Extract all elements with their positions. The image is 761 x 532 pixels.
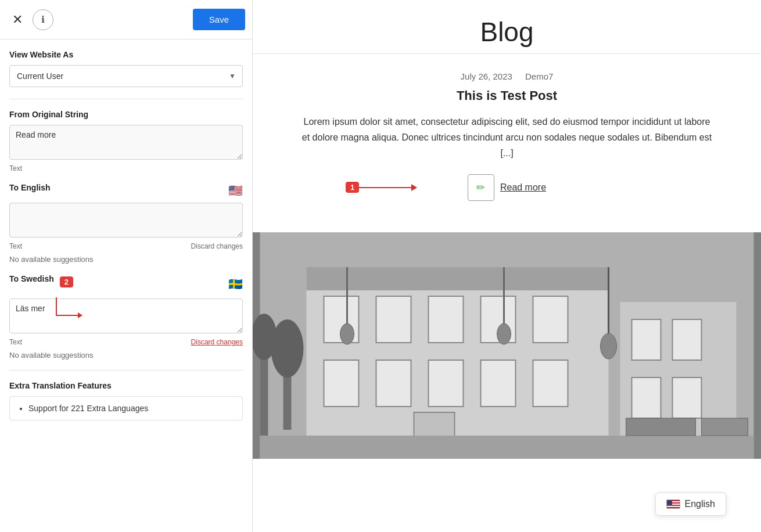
svg-rect-5 (429, 296, 464, 343)
svg-rect-9 (376, 360, 411, 407)
svg-rect-22 (673, 378, 702, 418)
blog-image (253, 232, 761, 459)
post-meta: July 26, 2023 Demo7 (299, 71, 715, 81)
svg-rect-12 (533, 360, 568, 407)
swedish-flag-icon: 🇸🇪 (228, 277, 243, 291)
swedish-type-label: Text (9, 338, 22, 346)
from-type-label: Text (9, 164, 22, 172)
us-flag-icon (666, 499, 680, 509)
pencil-icon: ✏ (476, 181, 485, 194)
view-website-as-wrapper: Current User Guest Admin ▼ (9, 65, 243, 87)
view-website-as-section: View Website As Current User Guest Admin… (9, 50, 243, 87)
extra-features-section: Extra Translation Features Support for 2… (9, 381, 243, 420)
left-panel: ✕ ℹ Save View Website As Current User Gu… (0, 0, 253, 532)
to-english-header: To English 🇺🇸 (9, 183, 243, 198)
english-flag-icon: 🇺🇸 (228, 184, 243, 197)
blog-image-svg (253, 232, 761, 459)
to-english-textarea[interactable] (9, 203, 243, 238)
to-swedish-textarea[interactable] (9, 299, 243, 333)
panel-header: ✕ ℹ Save (0, 0, 252, 39)
to-swedish-footer: Text Discard changes (9, 338, 243, 346)
to-swedish-label: To Swedish (9, 274, 54, 283)
svg-rect-10 (429, 360, 464, 407)
extra-features-list: Support for 221 Extra Languages (18, 404, 234, 413)
svg-rect-2 (307, 267, 609, 290)
panel-content: View Website As Current User Guest Admin… (0, 39, 252, 532)
close-button[interactable]: ✕ (7, 9, 28, 30)
red-arrow-right (359, 184, 417, 191)
extra-features-label: Extra Translation Features (9, 381, 243, 390)
svg-rect-19 (632, 319, 661, 360)
svg-rect-4 (376, 296, 411, 343)
edit-icon-box[interactable]: ✏ (468, 174, 494, 201)
svg-rect-20 (673, 319, 702, 360)
svg-point-27 (271, 319, 304, 378)
read-more-row: 1 ✏ Read more (299, 174, 715, 201)
view-website-as-label: View Website As (9, 50, 243, 59)
svg-point-15 (340, 323, 354, 344)
divider-1 (9, 99, 243, 99)
svg-rect-25 (260, 436, 754, 459)
right-panel: Blog July 26, 2023 Demo7 This is Test Po… (253, 0, 761, 532)
post-body: Lorem ipsum dolor sit amet, consectetur … (299, 114, 715, 161)
svg-rect-8 (324, 360, 359, 407)
from-original-string-label: From Original String (9, 110, 243, 119)
from-original-string-section: From Original String Text (9, 110, 243, 172)
info-icon: ℹ (41, 14, 45, 25)
badge-1-group: 1 (346, 182, 417, 193)
close-icon: ✕ (12, 12, 23, 27)
post-author: Demo7 (525, 71, 553, 81)
extra-feature-item-1: Support for 221 Extra Languages (28, 404, 234, 413)
divider-2 (9, 370, 243, 371)
to-english-section: To English 🇺🇸 Text Discard changes No av… (9, 183, 243, 264)
arrow-line (359, 187, 411, 188)
svg-rect-21 (632, 378, 661, 418)
english-type-label: Text (9, 242, 22, 250)
to-swedish-header: To Swedish 2 🇸🇪 (9, 274, 243, 294)
blog-main: July 26, 2023 Demo7 This is Test Post Lo… (253, 54, 761, 232)
svg-rect-30 (626, 418, 696, 436)
english-no-suggestions: No available suggestions (9, 255, 243, 264)
arrowhead-icon (411, 184, 417, 191)
to-swedish-label-row: To Swedish 2 (9, 274, 73, 289)
svg-rect-7 (533, 296, 568, 343)
to-swedish-section: To Swedish 2 🇸🇪 Text Discard changes No … (9, 274, 243, 360)
save-button[interactable]: Save (193, 9, 245, 30)
post-title: This is Test Post (299, 88, 715, 103)
svg-point-24 (601, 333, 617, 359)
badge-1: 1 (346, 182, 359, 193)
swedish-no-suggestions: No available suggestions (9, 351, 243, 360)
to-english-footer: Text Discard changes (9, 242, 243, 250)
read-more-link[interactable]: Read more (500, 182, 546, 193)
to-english-label: To English (9, 183, 51, 192)
svg-point-17 (497, 323, 511, 344)
language-label: English (685, 499, 715, 509)
info-button[interactable]: ℹ (33, 9, 53, 30)
post-date: July 26, 2023 (461, 71, 512, 81)
swedish-discard-link[interactable]: Discard changes (191, 338, 243, 346)
svg-rect-31 (702, 418, 748, 436)
view-website-as-select[interactable]: Current User Guest Admin (9, 65, 243, 87)
svg-rect-11 (481, 360, 516, 407)
language-button[interactable]: English (655, 493, 726, 516)
extra-features-box: Support for 221 Extra Languages (9, 396, 243, 420)
from-original-string-textarea[interactable] (9, 125, 243, 160)
english-discard-link[interactable]: Discard changes (191, 242, 243, 250)
from-original-string-footer: Text (9, 164, 243, 172)
badge-2: 2 (60, 276, 73, 287)
blog-title: Blog (253, 0, 761, 54)
